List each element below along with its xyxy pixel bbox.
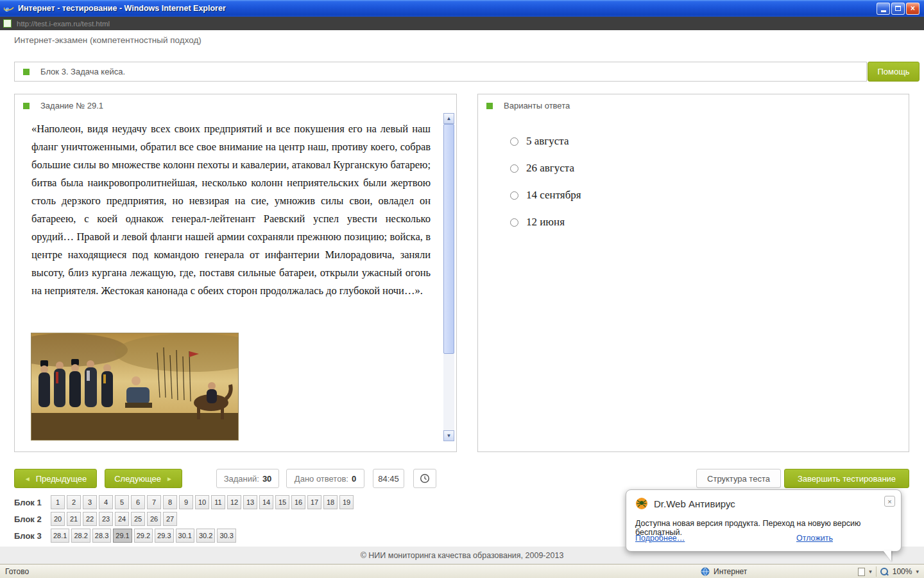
- question-button-30.3[interactable]: 30.3: [217, 529, 235, 543]
- svg-text:e: e: [5, 4, 9, 13]
- question-button-20[interactable]: 20: [51, 512, 65, 526]
- close-button[interactable]: ×: [906, 3, 920, 15]
- question-button-21[interactable]: 21: [67, 512, 81, 526]
- question-button-16[interactable]: 16: [291, 495, 305, 509]
- zoom-level[interactable]: 100%: [893, 567, 912, 576]
- tasks-count-value: 30: [262, 474, 271, 484]
- radio-icon[interactable]: [510, 218, 518, 227]
- drweb-details-link[interactable]: Подробнее…: [635, 534, 685, 543]
- question-button-29.2[interactable]: 29.2: [134, 529, 153, 543]
- answered-count-label: Дано ответов:: [295, 474, 348, 484]
- clock-button[interactable]: [413, 469, 436, 488]
- url-text[interactable]: http://test.i-exam.ru/test.html: [17, 20, 110, 28]
- question-button-28.2[interactable]: 28.2: [71, 529, 90, 543]
- scrollbar[interactable]: ▲ ▼: [443, 113, 454, 441]
- answer-label: 12 июня: [526, 216, 565, 229]
- tasks-count-box: Заданий: 30: [216, 469, 279, 488]
- question-button-5[interactable]: 5: [115, 495, 129, 509]
- question-button-14[interactable]: 14: [259, 495, 273, 509]
- scroll-up-button[interactable]: ▲: [443, 113, 454, 124]
- question-button-29.3[interactable]: 29.3: [155, 529, 173, 543]
- drweb-postpone-link[interactable]: Отложить: [796, 534, 833, 543]
- question-button-25[interactable]: 25: [131, 512, 145, 526]
- ie-logo-icon: e: [3, 3, 15, 14]
- previous-button[interactable]: ◄ Предыдущее: [14, 469, 97, 488]
- question-button-2[interactable]: 2: [67, 495, 81, 509]
- maximize-button[interactable]: [891, 3, 905, 15]
- question-button-19[interactable]: 19: [339, 495, 354, 509]
- window-controls: ×: [877, 3, 921, 15]
- question-button-8[interactable]: 8: [163, 495, 177, 509]
- test-structure-button[interactable]: Структура теста: [696, 469, 781, 488]
- question-button-22[interactable]: 22: [83, 512, 97, 526]
- question-button-4[interactable]: 4: [99, 495, 113, 509]
- window-titlebar[interactable]: e Интернет - тестирование - Windows Inte…: [0, 0, 924, 17]
- answers-panel-header: Варианты ответа: [486, 101, 570, 110]
- scroll-down-button[interactable]: ▼: [443, 430, 454, 441]
- question-button-26[interactable]: 26: [147, 512, 161, 526]
- answer-option[interactable]: 26 августа: [510, 155, 581, 182]
- question-button-29.1[interactable]: 29.1: [113, 529, 132, 543]
- question-button-11[interactable]: 11: [211, 495, 225, 509]
- minimize-button[interactable]: [877, 3, 890, 15]
- next-button[interactable]: Следующее ►: [105, 469, 182, 488]
- question-button-30.2[interactable]: 30.2: [196, 529, 215, 543]
- answer-option[interactable]: 12 июня: [510, 209, 581, 236]
- question-button-30.1[interactable]: 30.1: [176, 529, 194, 543]
- question-button-12[interactable]: 12: [227, 495, 241, 509]
- question-button-18[interactable]: 18: [323, 495, 338, 509]
- answer-option[interactable]: 14 сентября: [510, 182, 581, 209]
- block-label: Блок 1: [14, 498, 49, 507]
- question-button-13[interactable]: 13: [243, 495, 257, 509]
- answers-title: Варианты ответа: [504, 101, 570, 110]
- question-button-28.1[interactable]: 28.1: [51, 529, 69, 543]
- block-label: Блок 3: [14, 531, 49, 541]
- question-button-23[interactable]: 23: [99, 512, 113, 526]
- zoom-icon[interactable]: [880, 568, 889, 576]
- next-label: Следующее: [114, 474, 161, 484]
- question-button-3[interactable]: 3: [83, 495, 97, 509]
- question-button-1[interactable]: 1: [51, 495, 65, 509]
- radio-icon[interactable]: [510, 164, 518, 173]
- answer-option[interactable]: 5 августа: [510, 128, 581, 155]
- right-arrow-icon: ►: [166, 475, 173, 482]
- page-preview-icon[interactable]: [858, 568, 865, 576]
- radio-icon[interactable]: [510, 137, 518, 146]
- status-ready: Готово: [5, 567, 29, 576]
- zoom-dropdown-icon[interactable]: ▾: [916, 568, 919, 575]
- drweb-popup: Dr.Web Антивирус × Доступна новая версия…: [626, 489, 902, 552]
- question-button-15[interactable]: 15: [275, 495, 289, 509]
- question-button-27[interactable]: 27: [163, 512, 177, 526]
- status-bar: Готово Интернет ▾ 100% ▾: [0, 564, 924, 578]
- question-button-17[interactable]: 17: [307, 495, 321, 509]
- drweb-popup-tail: [883, 550, 891, 561]
- block-label: Блок 2: [14, 514, 49, 524]
- finish-test-button[interactable]: Завершить тестирование: [784, 469, 909, 488]
- help-button[interactable]: Помощь: [868, 62, 920, 82]
- status-zone-label: Интернет: [714, 567, 747, 576]
- drweb-spider-icon: [635, 497, 648, 510]
- question-button-9[interactable]: 9: [179, 495, 193, 509]
- chevron-down-icon[interactable]: ▾: [869, 568, 872, 575]
- scroll-thumb[interactable]: [443, 124, 454, 354]
- question-button-24[interactable]: 24: [115, 512, 129, 526]
- clock-icon: [420, 473, 430, 484]
- question-button-6[interactable]: 6: [131, 495, 145, 509]
- address-bar[interactable]: http://test.i-exam.ru/test.html: [0, 17, 924, 30]
- radio-icon[interactable]: [510, 191, 518, 200]
- question-navigator: Блок 112345678910111213141516171819Блок …: [14, 495, 354, 543]
- status-zone: Интернет: [701, 566, 747, 577]
- question-button-10[interactable]: 10: [195, 495, 209, 509]
- window-title: Интернет - тестирование - Windows Intern…: [18, 4, 226, 13]
- drweb-close-button[interactable]: ×: [884, 496, 895, 507]
- scroll-track[interactable]: [443, 124, 454, 430]
- answered-count-value: 0: [352, 474, 356, 484]
- left-arrow-icon: ◄: [24, 475, 31, 482]
- task-panel-header: Задание № 29.1: [23, 101, 103, 110]
- question-button-7[interactable]: 7: [147, 495, 161, 509]
- block-row: Блок 22021222324252627: [14, 512, 354, 526]
- task-image: [31, 333, 238, 440]
- page-icon: [3, 19, 12, 28]
- answered-count-box: Дано ответов: 0: [286, 469, 364, 488]
- question-button-28.3[interactable]: 28.3: [92, 529, 111, 543]
